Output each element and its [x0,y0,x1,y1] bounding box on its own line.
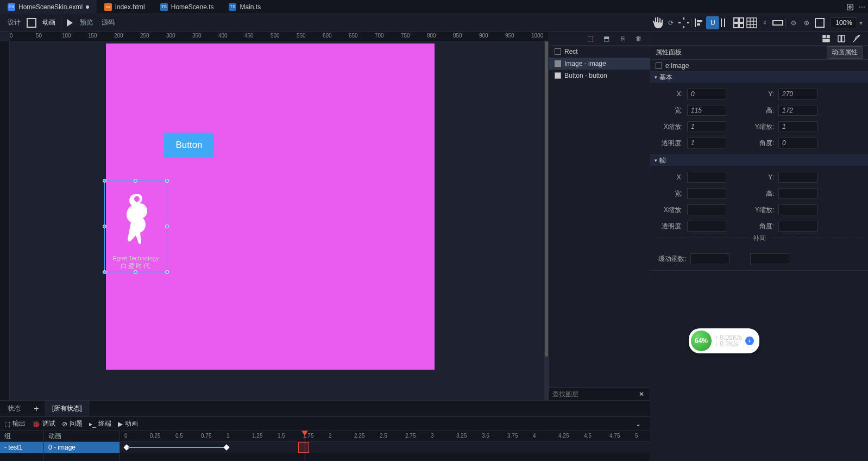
locate-icon[interactable] [844,1,856,13]
button-element[interactable]: Button [164,133,214,158]
scalex-input[interactable] [687,121,726,132]
grid2-icon[interactable] [745,16,758,29]
snap-icon[interactable]: U [706,16,719,29]
layer-item-button[interactable]: Button - button [549,70,650,82]
keyframe-selection[interactable] [298,442,309,453]
fsy-input[interactable] [778,204,817,215]
mode-source[interactable]: 源码 [97,18,119,27]
x-input[interactable] [687,89,726,99]
opacity-input[interactable] [687,138,726,148]
prop-tab-book-icon[interactable] [836,34,846,43]
fang-input[interactable] [778,221,817,232]
tab-homescene-ts[interactable]: TS HomeScene.ts [153,0,222,14]
debug-tab[interactable]: 🐞调试 [32,419,55,428]
fx-input[interactable] [687,172,726,183]
timeline-panel: 组 - test1 动画 0 - image 00.250.50.7511.25… [0,431,650,461]
prop-tab-feather-icon[interactable] [852,34,861,43]
field-label: 宽: [656,106,685,115]
prop-tab-props-icon[interactable] [821,34,831,43]
timeline-track[interactable] [120,442,650,453]
field-label: 高: [747,106,776,115]
tween-bar[interactable] [128,447,225,448]
fw-input[interactable] [687,188,726,199]
timeline-anim-item[interactable]: 0 - image [44,442,119,453]
canvas-viewport[interactable]: Button Egret Technology 白鹭时代 [10,41,549,400]
refresh-icon[interactable]: ⟳ [664,16,677,29]
scaley-input[interactable] [778,121,817,132]
ease-input2[interactable] [750,253,789,264]
fy-input[interactable] [778,172,817,183]
modified-dot-icon [86,5,89,9]
playhead[interactable] [305,431,305,461]
hand-tool-icon[interactable] [651,16,664,29]
zoom-in-icon[interactable]: ⊕ [800,16,813,29]
resize-handle[interactable] [134,270,137,274]
image-element[interactable]: Egret Technology 白鹭时代 [106,182,166,271]
zoom-out-icon[interactable]: ⊖ [787,16,800,29]
layer-delete-icon[interactable]: 🗑 [632,32,645,45]
terminal-tab[interactable]: ▸_终端 [89,419,111,428]
guides-icon[interactable]: ♯ [758,16,771,29]
anim-tab[interactable]: ▶动画 [118,419,138,428]
stage-rect[interactable]: Button Egret Technology 白鹭时代 [106,43,435,370]
resize-handle[interactable] [165,270,169,274]
transform-icon[interactable] [677,16,690,29]
keyframe[interactable] [223,444,229,450]
collapse-icon[interactable]: ⌄ [631,420,645,428]
fh-input[interactable] [778,188,817,199]
timeline-track-area[interactable]: 00.250.50.7511.251.51.7522.252.52.7533.2… [119,431,650,461]
tab-homesceneskin[interactable]: EX HomeSceneSkin.exml [0,0,97,14]
state-bar: 状态 + [所有状态] [0,400,650,416]
timeline-ruler[interactable]: 00.250.50.7511.251.51.7522.252.52.7533.2… [120,431,650,442]
clear-search-icon[interactable]: ✕ [637,390,646,398]
layer-copy-icon[interactable]: ⎘ [616,32,629,45]
layer-search-input[interactable] [552,390,637,398]
layer-item-image[interactable]: Image - image [549,58,650,70]
svg-rect-14 [822,35,826,38]
mode-anim[interactable]: 动画 [38,18,60,27]
fsx-input[interactable] [687,204,726,215]
resize-handle[interactable] [165,179,169,183]
width-input[interactable] [687,105,726,116]
network-widget[interactable]: 64% ↑ 0.05K/s ↓ 0.2K/s + [689,328,759,353]
design-icon[interactable] [25,16,38,29]
resize-handle[interactable] [103,270,106,274]
section-frame[interactable]: ▾帧 [650,155,868,166]
fop-input[interactable] [687,221,726,232]
resize-handle[interactable] [165,225,169,228]
zoom-value[interactable]: 100% [831,17,857,28]
preview-icon[interactable] [62,16,76,29]
state-tab[interactable]: 状态 [0,401,28,417]
anim-attr-button[interactable]: 动画属性 [827,46,863,59]
mode-toolbar: 设计 动画 预览 源码 ⟳ U ♯ ⊖ ⊕ 100% ▾ [0,14,868,32]
net-plus-icon[interactable]: + [745,337,754,345]
fit-icon[interactable] [813,16,826,29]
y-input[interactable] [778,89,817,99]
mode-preview[interactable]: 预览 [76,18,97,27]
logo-text-1: Egret Technology [113,255,159,261]
layer-tool-icon[interactable]: ⬒ [600,32,613,45]
svg-rect-9 [739,18,744,22]
canvas-scrollbar[interactable] [544,41,549,400]
ease-input[interactable] [690,253,729,264]
align-v-icon[interactable] [719,16,732,29]
height-input[interactable] [778,105,817,116]
svg-rect-3 [695,18,696,27]
align-left-icon[interactable] [693,16,706,29]
more-icon[interactable]: ⋯ [856,1,868,13]
layer-tool-icon[interactable]: ⬚ [583,32,596,45]
mode-design[interactable]: 设计 [3,18,25,27]
ruler-icon[interactable] [771,16,784,29]
grid-icon[interactable] [732,16,745,29]
all-states-tab[interactable]: [所有状态] [45,401,90,417]
section-basic[interactable]: ▾基本 [650,72,868,83]
timeline-group-header: 组 [0,431,43,442]
tab-main-ts[interactable]: TS Main.ts [221,0,268,14]
output-tab[interactable]: ⬚输出 [4,419,26,428]
add-state-button[interactable]: + [28,404,45,414]
timeline-group-item[interactable]: - test1 [0,442,43,453]
layer-item-rect[interactable]: Rect [549,46,650,58]
problem-tab[interactable]: ⊘问题 [62,419,83,428]
angle-input[interactable] [778,138,817,148]
tab-index-html[interactable]: <> index.html [97,0,153,14]
